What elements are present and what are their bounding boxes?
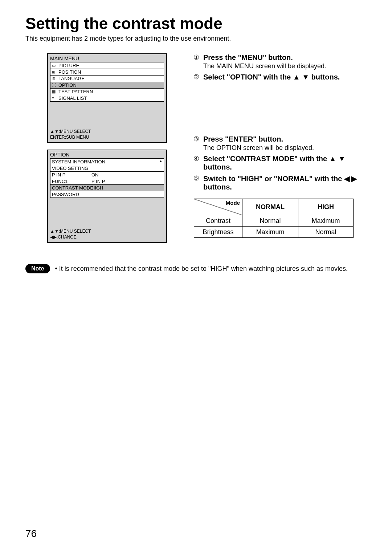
- step-number-icon: ②: [192, 73, 200, 81]
- step-number-icon: ③: [192, 135, 200, 143]
- step-1: ①Press the "MENU" button. The MAIN MENU …: [192, 53, 367, 70]
- menu-item-language: 🖹LANGUAGE: [50, 76, 164, 82]
- table-row-label: Brightness: [194, 227, 242, 238]
- option-menu-footer2: ◀▶:CHANGE: [50, 234, 164, 240]
- menu-item-position: ⊞POSITION: [50, 69, 164, 76]
- menu-item-picture: ▭PICTURE: [50, 62, 164, 69]
- option-item-password: PASSWORD: [50, 191, 164, 197]
- menu-item-option: ⛶OPTION: [50, 82, 164, 89]
- note-row: Note • It is recommended that the contra…: [25, 264, 367, 273]
- page-title: Setting the contrast mode: [25, 15, 367, 33]
- step-number-icon: ④: [192, 155, 200, 163]
- step-sub: The MAIN MENU screen will be displayed.: [203, 62, 367, 70]
- menu-item-value: ON: [91, 172, 99, 178]
- menu-item-label: PASSWORD: [52, 191, 79, 197]
- table-col-normal: NORMAL: [242, 199, 298, 215]
- picture-icon: ▭: [52, 62, 58, 69]
- table-row: Contrast Normal Maximum: [194, 215, 354, 227]
- step-title: Select "OPTION" with the ▲ ▼ buttons.: [203, 73, 340, 81]
- option-item-func1: FUNC1P IN P: [50, 178, 164, 185]
- option-menu-footer1: ▲▼:MENU SELECT: [50, 228, 164, 234]
- table-cell: Maximum: [298, 215, 353, 227]
- test-pattern-icon: ▦: [52, 89, 58, 95]
- menu-item-label: PICTURE: [58, 62, 79, 69]
- step-sub: The OPTION screen will be displayed.: [203, 144, 367, 152]
- step-number-icon: ⑤: [192, 174, 200, 182]
- menu-item-label: FUNC1: [52, 178, 68, 184]
- step-title: Press the "MENU" button.: [203, 53, 293, 62]
- option-menu-list: SYSTEM INFORMATION VIDEO SETTING P IN PO…: [50, 158, 164, 198]
- table-row: Brightness Maximum Normal: [194, 227, 354, 238]
- note-text: • It is recommended that the contrast mo…: [55, 265, 348, 273]
- language-icon: 🖹: [52, 76, 58, 82]
- step-title: Press "ENTER" button.: [203, 135, 283, 143]
- table-row-label: Contrast: [194, 215, 242, 227]
- main-menu-osd: MAIN MENU ▭PICTURE ⊞POSITION 🖹LANGUAGE ⛶…: [47, 53, 167, 143]
- main-menu-footer1: ▲▼:MENU SELECT: [50, 129, 164, 134]
- option-menu-title: OPTION: [48, 150, 166, 158]
- step-3: ③Press "ENTER" button. The OPTION screen…: [192, 135, 367, 152]
- note-badge: Note: [25, 264, 50, 273]
- main-menu-list: ▭PICTURE ⊞POSITION 🖹LANGUAGE ⛶OPTION ▦TE…: [50, 62, 164, 102]
- page-number: 76: [25, 528, 37, 539]
- menu-item-label: SIGNAL LIST: [58, 95, 87, 101]
- menu-item-label: TEST PATTERN: [58, 89, 93, 95]
- intro-text: This equipment has 2 mode types for adju…: [25, 35, 367, 42]
- option-item-pinp: P IN PON: [50, 172, 164, 178]
- table-cell: Maximum: [242, 227, 298, 238]
- step-4: ④Select "CONTRAST MODE" with the ▲ ▼ but…: [192, 155, 367, 171]
- step-5: ⑤Switch to "HIGH" or "NORMAL" with the ◀…: [192, 174, 367, 191]
- main-menu-footer2: ENTER:SUB MENU: [50, 134, 164, 140]
- menu-item-label: P IN P: [52, 172, 65, 178]
- menu-item-value: HIGH: [91, 185, 103, 191]
- option-menu-osd: OPTION ▲ SYSTEM INFORMATION VIDEO SETTIN…: [47, 150, 167, 243]
- step-number-icon: ①: [192, 53, 200, 61]
- option-item-video: VIDEO SETTING: [50, 165, 164, 172]
- table-col-high: HIGH: [298, 199, 353, 215]
- menu-item-label: CONTRAST MODE: [52, 185, 93, 191]
- main-menu-title: MAIN MENU: [48, 54, 166, 62]
- menu-item-label: OPTION: [58, 82, 77, 88]
- menu-item-label: LANGUAGE: [58, 76, 85, 82]
- option-icon: ⛶: [52, 82, 58, 88]
- position-icon: ⊞: [52, 69, 58, 75]
- step-title: Select "CONTRAST MODE" with the ▲ ▼ butt…: [203, 155, 367, 171]
- scroll-up-icon: ▲: [159, 159, 163, 163]
- comparison-table: Mode NORMAL HIGH Contrast Normal Maximum…: [194, 199, 354, 238]
- option-item-sysinfo: SYSTEM INFORMATION: [50, 159, 164, 165]
- table-cell: Normal: [242, 215, 298, 227]
- signal-list-icon: ≡: [52, 95, 58, 101]
- table-corner: Mode: [194, 199, 242, 215]
- step-2: ②Select "OPTION" with the ▲ ▼ buttons.: [192, 73, 367, 81]
- menu-item-label: POSITION: [58, 69, 81, 75]
- menu-item-label: VIDEO SETTING: [52, 165, 88, 171]
- menu-item-testpattern: ▦TEST PATTERN: [50, 89, 164, 95]
- step-title: Switch to "HIGH" or "NORMAL" with the ◀ …: [203, 174, 367, 191]
- menu-item-value: P IN P: [91, 178, 105, 184]
- table-cell: Normal: [298, 227, 353, 238]
- menu-item-signallist: ≡SIGNAL LIST: [50, 95, 164, 101]
- option-item-##rast: CONTRAST MODEHIGH: [50, 185, 164, 191]
- menu-item-label: SYSTEM INFORMATION: [52, 159, 105, 165]
